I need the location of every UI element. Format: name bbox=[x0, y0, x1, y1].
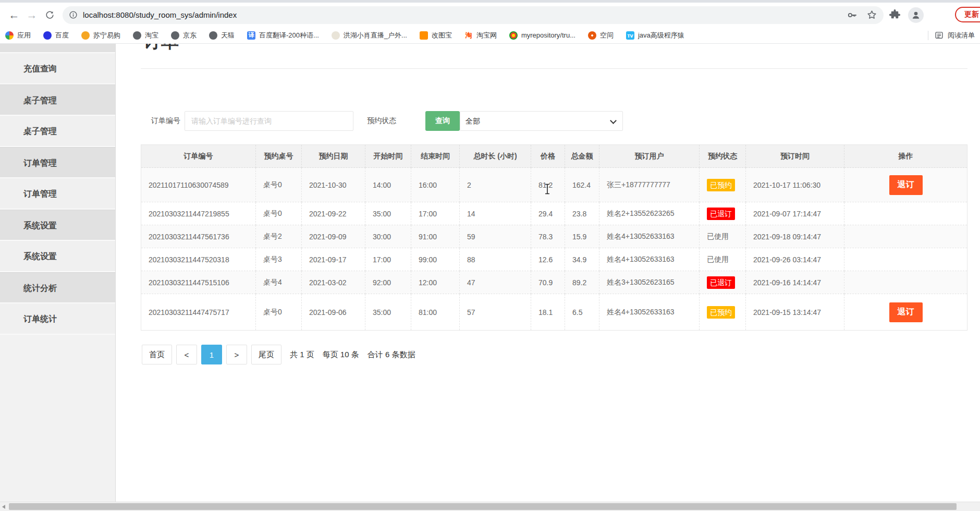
sidebar-item[interactable]: 用户管理 bbox=[0, 44, 115, 53]
forward-button[interactable]: → bbox=[23, 6, 41, 24]
bookmark-item[interactable]: 洪湖小肖直播_户外... bbox=[332, 31, 407, 40]
reading-list[interactable]: 阅读清单 bbox=[928, 31, 975, 40]
table-row: 20210303211447520318桌号32021-09-1717:0099… bbox=[141, 248, 967, 271]
refresh-icon bbox=[45, 10, 55, 20]
column-header: 结束时间 bbox=[411, 145, 460, 168]
baidu-icon bbox=[43, 31, 52, 40]
column-header: 预约桌号 bbox=[256, 145, 302, 168]
suning-lion-icon bbox=[81, 31, 90, 40]
cancel-order-button[interactable]: 退订 bbox=[889, 302, 923, 322]
cell-status: 已退订 bbox=[700, 202, 746, 225]
cancel-order-button[interactable]: 退订 bbox=[889, 175, 923, 195]
scrollbar-thumb[interactable] bbox=[9, 503, 957, 510]
cell-start: 92:00 bbox=[365, 271, 411, 294]
bookmark-item[interactable]: 京东 bbox=[171, 31, 197, 40]
column-header: 总金额 bbox=[565, 145, 599, 168]
order-no-input[interactable] bbox=[185, 111, 353, 131]
cell-order_no: 20210303211447520318 bbox=[141, 248, 256, 271]
sidebar-item[interactable]: 系统设置 bbox=[0, 210, 115, 241]
scrollbar-left-arrow-icon[interactable] bbox=[2, 505, 5, 509]
sidebar-item[interactable]: 订单管理 bbox=[0, 178, 115, 210]
bookmark-item[interactable]: 空间 bbox=[588, 31, 614, 40]
cell-total: 6.5 bbox=[565, 294, 599, 331]
bookmark-item[interactable]: 百度 bbox=[43, 31, 69, 40]
page-title: 订单 bbox=[143, 44, 967, 53]
bookmark-label: 京东 bbox=[183, 31, 197, 40]
bookmark-item[interactable]: 淘宝 bbox=[133, 31, 158, 40]
cell-end: 12:00 bbox=[411, 271, 460, 294]
order-no-label: 订单编号 bbox=[151, 116, 180, 126]
cell-hours: 14 bbox=[460, 202, 531, 225]
password-key-icon[interactable] bbox=[847, 9, 858, 21]
cell-price: 29.4 bbox=[531, 202, 565, 225]
cell-end: 91:00 bbox=[411, 225, 460, 248]
address-bar[interactable]: localhost:8080/study_room_sys/admin/inde… bbox=[63, 6, 884, 24]
table-row: 20210303211447515106桌号42021-03-0292:0012… bbox=[141, 271, 967, 294]
next-page-button[interactable]: > bbox=[226, 345, 247, 364]
bookmark-item[interactable]: ᴛᴠjava高级程序猿 bbox=[626, 31, 684, 40]
sidebar-item[interactable]: 系统设置 bbox=[0, 241, 115, 272]
cell-date: 2021-09-17 bbox=[302, 248, 365, 271]
cell-date: 2021-09-09 bbox=[302, 225, 365, 248]
java-tv-icon: ᴛᴠ bbox=[626, 31, 634, 40]
sidebar-item[interactable]: 桌子管理 bbox=[0, 116, 115, 147]
back-button[interactable]: ← bbox=[5, 6, 23, 24]
cell-user: 姓名3+13052623165 bbox=[599, 271, 700, 294]
chrome-update-button[interactable]: 更新 bbox=[955, 7, 980, 22]
bookmark-label: 天猫 bbox=[221, 31, 235, 40]
sidebar-item[interactable]: 订单统计 bbox=[0, 303, 115, 335]
bookmark-item[interactable]: 天猫 bbox=[209, 31, 235, 40]
bookmark-item[interactable]: 应用 bbox=[5, 31, 31, 40]
cell-action: 退订 bbox=[844, 294, 967, 331]
status-badge: 已预约 bbox=[707, 306, 735, 319]
bookmark-item[interactable]: myrepository/tru... bbox=[509, 31, 575, 40]
bookmark-label: 洪湖小肖直播_户外... bbox=[344, 31, 407, 40]
bookmark-item[interactable]: 苏宁易购 bbox=[81, 31, 120, 40]
cell-end: 17:00 bbox=[411, 202, 460, 225]
cell-hours: 47 bbox=[460, 271, 531, 294]
status-select[interactable]: 全部 bbox=[460, 111, 623, 131]
horizontal-scrollbar[interactable] bbox=[0, 502, 980, 511]
bookmark-item[interactable]: 改图宝 bbox=[420, 31, 452, 40]
bookmarks-bar: 应用百度苏宁易购淘宝京东天猫译百度翻译-200种语...洪湖小肖直播_户外...… bbox=[0, 27, 980, 44]
cell-status: 已退订 bbox=[700, 271, 746, 294]
sidebar-item[interactable]: 桌子管理 bbox=[0, 84, 115, 116]
sidebar-item[interactable]: 充值查询 bbox=[0, 53, 115, 84]
cell-action bbox=[844, 202, 967, 225]
cell-time: 2021-09-07 17:14:47 bbox=[746, 202, 844, 225]
profile-avatar[interactable] bbox=[908, 7, 924, 23]
bookmark-label: myrepository/tru... bbox=[521, 31, 575, 39]
cell-end: 16:00 bbox=[411, 168, 460, 202]
bookmark-star-icon[interactable] bbox=[866, 9, 877, 20]
cell-total: 162.4 bbox=[565, 168, 599, 202]
pagination: 首页 < 1 > 尾页 共 1 页 每页 10 条 合计 6 条数据 bbox=[142, 345, 967, 364]
current-page-button[interactable]: 1 bbox=[201, 345, 222, 364]
column-header: 价格 bbox=[531, 145, 565, 168]
sidebar-item[interactable]: 统计分析 bbox=[0, 272, 115, 303]
cell-status: 已预约 bbox=[700, 294, 746, 331]
bookmark-label: 百度翻译-200种语... bbox=[259, 31, 319, 40]
page-info-icon[interactable] bbox=[69, 10, 78, 19]
cell-price: 70.9 bbox=[531, 271, 565, 294]
cell-order_no: 20210303211447561736 bbox=[141, 225, 256, 248]
table-row: 20210303211447561736桌号22021-09-0930:0091… bbox=[141, 225, 967, 248]
bookmark-item[interactable]: 译百度翻译-200种语... bbox=[247, 31, 319, 40]
cell-order_no: 20210303211447219855 bbox=[141, 202, 256, 225]
sidebar-item[interactable]: 订单管理 bbox=[0, 147, 115, 178]
search-button[interactable]: 查询 bbox=[425, 111, 460, 131]
last-page-button[interactable]: 尾页 bbox=[251, 345, 281, 364]
cell-start: 30:00 bbox=[365, 225, 411, 248]
taobao-icon: 淘 bbox=[464, 31, 473, 40]
refresh-button[interactable] bbox=[41, 6, 58, 24]
cell-time: 2021-09-18 09:14:47 bbox=[746, 225, 844, 248]
person-icon bbox=[911, 10, 921, 20]
bookmark-item[interactable]: 淘淘宝网 bbox=[464, 31, 497, 40]
extensions-puzzle-icon[interactable] bbox=[889, 9, 901, 21]
prev-page-button[interactable]: < bbox=[176, 345, 197, 364]
first-page-button[interactable]: 首页 bbox=[142, 345, 172, 364]
cell-price: 78.3 bbox=[531, 225, 565, 248]
gaitubao-icon bbox=[420, 31, 428, 40]
cell-user: 姓名4+13052633163 bbox=[599, 248, 700, 271]
table-header-row: 订单编号预约桌号预约日期开始时间结束时间总时长 (小时)价格总金额预订用户预约状… bbox=[141, 145, 967, 168]
globe-icon bbox=[133, 31, 141, 40]
